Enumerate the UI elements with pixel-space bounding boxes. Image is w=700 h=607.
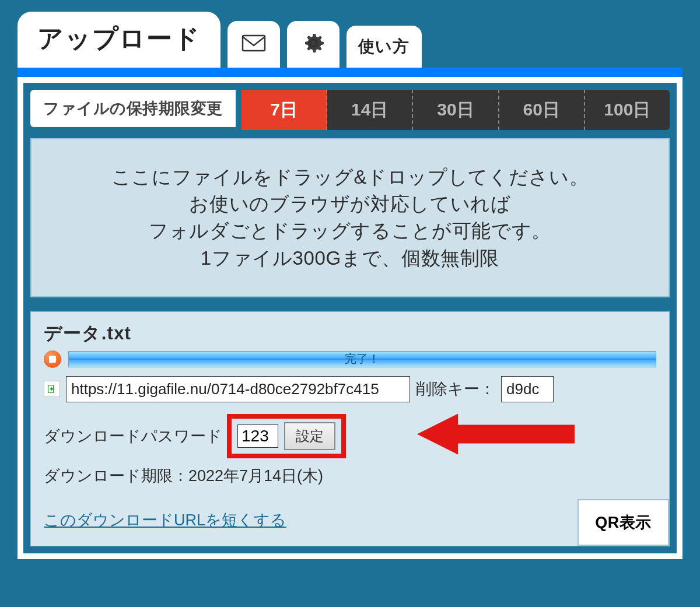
password-set-button[interactable]: 設定: [284, 422, 335, 450]
retention-label: ファイルの保持期限変更: [30, 90, 236, 127]
tab-howto[interactable]: 使い方: [346, 26, 422, 68]
delete-key-label: 削除キー：: [416, 378, 495, 399]
shorten-url-link[interactable]: このダウンロードURLを短くする: [44, 511, 286, 529]
retention-row: ファイルの保持期限変更 7日 14日 30日 60日 100日: [30, 90, 670, 130]
url-row: 削除キー：: [44, 376, 656, 402]
download-url-field[interactable]: [66, 376, 410, 402]
pointer-arrow: [417, 410, 580, 461]
qr-show-button[interactable]: QR表示: [578, 499, 669, 546]
password-highlight-box: 設定: [227, 414, 346, 458]
dropzone[interactable]: ここにファイルをドラッグ&ドロップしてください。 お使いのブラウザが対応していれ…: [30, 138, 670, 297]
password-label: ダウンロードパスワード: [44, 426, 222, 447]
password-input[interactable]: [237, 424, 278, 448]
dropzone-text: ここにファイルをドラッグ&ドロップしてください。 お使いのブラウザが対応していれ…: [49, 164, 651, 272]
deadline-value: 2022年7月14日(木): [188, 467, 323, 485]
inner-frame: ファイルの保持期限変更 7日 14日 30日 60日 100日 ここにファイルを…: [18, 77, 682, 559]
main-panel: ファイルの保持期限変更 7日 14日 30日 60日 100日 ここにファイルを…: [18, 68, 682, 559]
svg-marker-1: [417, 413, 575, 454]
progress-row: 完了！: [44, 350, 656, 368]
file-name: データ.txt: [44, 321, 656, 346]
open-link-icon[interactable]: [44, 381, 60, 397]
retention-opt-7[interactable]: 7日: [242, 90, 327, 130]
retention-opt-30[interactable]: 30日: [413, 90, 499, 130]
dropzone-line3: フォルダごとドラッグすることが可能です。: [149, 220, 551, 241]
tab-settings[interactable]: [287, 21, 340, 68]
retention-options: 7日 14日 30日 60日 100日: [242, 90, 670, 130]
result-panel: データ.txt 完了！ 削除キー： ダウンロードパスワード 設定: [30, 311, 670, 546]
dropzone-line1: ここにファイルをドラッグ&ドロップしてください。: [111, 166, 589, 188]
tab-upload[interactable]: アップロード: [18, 12, 220, 68]
deadline-label: ダウンロード期限：: [44, 467, 188, 485]
dropzone-line2: お使いのブラウザが対応していれば: [189, 193, 511, 215]
tab-bar: アップロード 使い方: [18, 12, 682, 68]
password-row: ダウンロードパスワード 設定: [44, 414, 346, 458]
mail-icon: [240, 29, 268, 59]
retention-opt-60[interactable]: 60日: [499, 90, 585, 130]
download-deadline: ダウンロード期限：2022年7月14日(木): [44, 465, 656, 486]
retention-opt-14[interactable]: 14日: [327, 90, 413, 130]
gear-icon: [299, 29, 327, 59]
progress-bar: 完了！: [68, 351, 656, 367]
tab-mail[interactable]: [228, 21, 280, 68]
progress-text: 完了！: [345, 351, 380, 367]
delete-key-field[interactable]: [501, 376, 554, 402]
retention-opt-100[interactable]: 100日: [585, 90, 670, 130]
stop-button[interactable]: [44, 350, 61, 368]
dropzone-line4: 1ファイル300Gまで、個数無制限: [201, 247, 499, 269]
svg-rect-0: [243, 36, 265, 51]
